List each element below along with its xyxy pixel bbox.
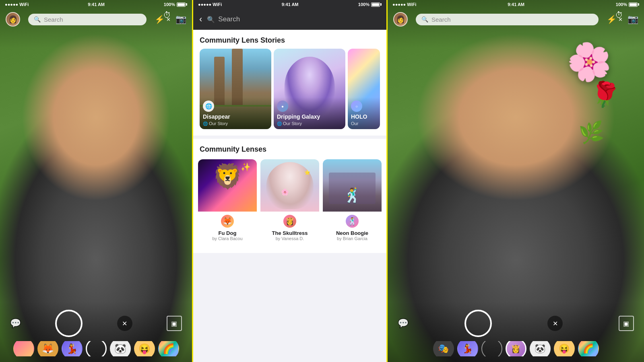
community-lenses-section: Community Lenses 🦁 ✨ 🦊 Fu (193, 139, 386, 253)
neonboogie-name: Neon Boogie (326, 230, 378, 236)
story-subtitle-text-2: Our Story (283, 121, 302, 126)
right-cancel-button[interactable]: ✕ (547, 316, 563, 331)
leaf-ar-effect: 🌿 (578, 119, 605, 145)
story-overlay-disappear: 🌐 Disappear 🌐 Our Story (200, 97, 271, 129)
left-search-icon: 🔍 (34, 16, 41, 23)
right-battery: 100% (616, 2, 639, 7)
story-subtitle-text-3: Our (351, 121, 358, 126)
lenses-grid: 🦁 ✨ 🦊 Fu Dog by Clara Bacou (193, 158, 386, 247)
lens-card-info-skulltress: 👸 The Skulltress by Vanessa D. (260, 218, 319, 245)
left-status-bar: ●●●●● WiFi 9:41 AM 100% (0, 0, 193, 9)
left-lens-item-color[interactable] (13, 341, 34, 356)
right-search-icon: 🔍 (421, 16, 428, 23)
story-overlay-holo: ○ HOLO Our (348, 97, 380, 129)
skulltress-creator: by Vanessa D. (264, 236, 316, 241)
flower-ar-effect-2: 🌹 (587, 78, 622, 111)
fudog-creator: by Clara Bacou (201, 236, 254, 241)
right-camera-flip-icon[interactable]: 📷 (627, 14, 638, 25)
lens-card-skulltress[interactable]: 🌸 ⭐ 👸 The Skulltress by Vanessa D. (260, 159, 319, 245)
right-top-bar: 👩 🔍 Search ⚡ ✕ 📷 (388, 9, 644, 30)
left-cancel-button[interactable]: ✕ (117, 316, 132, 331)
left-lens-item-funny[interactable]: 😝 (134, 341, 155, 356)
right-time: 9:41 AM (508, 2, 524, 7)
right-search-placeholder: Search (431, 16, 451, 23)
middle-status-bar: ●●●●● WiFi 9:41 AM 100% (193, 0, 386, 9)
middle-battery-pct: 100% (358, 2, 369, 7)
right-lens-item-empty[interactable] (481, 341, 502, 356)
left-camera-flip-icon[interactable]: 📷 (175, 14, 186, 25)
left-lens-item-dog[interactable]: 🦊 (37, 341, 58, 356)
right-lens-item-active[interactable]: 👸 (506, 341, 526, 356)
story-title-galaxy: Dripping Galaxy (277, 113, 342, 120)
story-subtitle-galaxy: 🌐 Our Story (277, 121, 342, 126)
left-status-dots: ●●●●● WiFi (5, 2, 29, 7)
left-chat-icon[interactable]: 💬 (10, 318, 21, 329)
middle-content: Community Lens Stories 🌐 Disappear (193, 30, 386, 362)
story-card-galaxy[interactable]: ● Dripping Galaxy 🌐 Our Story (274, 49, 345, 129)
community-lenses-header: Community Lenses (193, 139, 386, 158)
right-gallery-button[interactable]: ▣ (619, 316, 634, 331)
middle-search-bar[interactable]: 🔍 Search (207, 15, 380, 23)
middle-status-dots: ●●●●● WiFi (198, 2, 222, 7)
left-panel: ●●●●● WiFi 9:41 AM 100% 👩 🔍 Search ⚡ ✕ 📷… (0, 0, 193, 362)
story-title-disappear: Disappear (203, 113, 268, 120)
lens-card-img-fudog: 🦁 ✨ (198, 159, 257, 218)
right-capture-row: 💬 ✕ ▣ (388, 310, 644, 337)
lens-card-neonboogie[interactable]: 🕺 🕺 Neon Boogie by Brian Garcia (323, 159, 382, 245)
story-title-holo: HOLO (351, 113, 377, 120)
middle-battery-icon (371, 2, 382, 7)
left-timer-icon[interactable]: ⏱ (163, 10, 171, 20)
back-button[interactable]: ‹ (199, 15, 202, 24)
lens-card-img-skulltress: 🌸 ⭐ (260, 159, 319, 218)
story-globe-icon-1: 🌐 (203, 121, 208, 126)
fudog-creator-avatar: 🦊 (220, 214, 235, 228)
neonboogie-creator-avatar: 🕺 (345, 214, 359, 228)
left-lens-carousel: 🦊 💃 🐼 😝 🌈 (9, 341, 183, 356)
section-divider (193, 136, 386, 139)
story-card-holo[interactable]: ○ HOLO Our (348, 49, 380, 129)
left-lens-item-rainbow[interactable]: 🌈 (158, 341, 179, 356)
skulltress-creator-avatar: 👸 (283, 214, 297, 228)
community-lens-stories-header: Community Lens Stories (193, 30, 386, 49)
lens-card-fudog[interactable]: 🦁 ✨ 🦊 Fu Dog by Clara Bacou (198, 159, 257, 245)
lens-card-info-fudog: 🦊 Fu Dog by Clara Bacou (198, 218, 257, 245)
right-lens-item-dance[interactable]: 💃 (457, 341, 478, 356)
left-lens-item-panda[interactable]: 🐼 (110, 341, 131, 356)
story-subtitle-disappear: 🌐 Our Story (203, 121, 268, 126)
right-panel: 🌸 🌹 🌿 ●●●●● WiFi 9:41 AM 100% 👩 🔍 Search… (386, 0, 644, 362)
left-time: 9:41 AM (88, 2, 105, 7)
right-avatar[interactable]: 👩 (393, 12, 408, 27)
lens-card-img-neonboogie: 🕺 (323, 159, 382, 218)
neonboogie-creator: by Brian Garcia (326, 236, 378, 241)
right-lens-item-color[interactable]: 🎭 (433, 341, 454, 356)
right-timer-icon[interactable]: ⏱ (615, 10, 623, 20)
right-lens-item-funny[interactable]: 😝 (554, 341, 575, 356)
right-capture-button[interactable] (464, 310, 492, 337)
right-lens-item-panda[interactable]: 🐼 (530, 341, 551, 356)
middle-time: 9:41 AM (282, 2, 299, 7)
story-avatar-disappear: 🌐 (203, 101, 214, 112)
left-capture-row: 💬 ✕ ▣ (0, 310, 192, 337)
left-battery-icon (177, 2, 187, 7)
story-globe-icon-2: 🌐 (277, 121, 282, 126)
left-lens-item-dance[interactable]: 💃 (62, 341, 83, 356)
left-lens-bar: 💬 ✕ ▣ 🦊 💃 🐼 😝 🌈 (0, 310, 192, 362)
story-card-disappear[interactable]: 🌐 Disappear 🌐 Our Story (200, 49, 271, 129)
right-battery-pct: 100% (616, 2, 627, 7)
story-overlay-galaxy: ● Dripping Galaxy 🌐 Our Story (274, 97, 345, 129)
middle-top-bar: ‹ 🔍 Search (193, 9, 386, 30)
right-lens-item-rainbow[interactable]: 🌈 (578, 341, 599, 356)
left-search-bar[interactable]: 🔍 Search (28, 14, 147, 25)
story-avatar-holo: ○ (351, 101, 362, 112)
right-search-bar[interactable]: 🔍 Search (416, 14, 599, 25)
left-lens-item-active[interactable] (86, 341, 107, 356)
right-lens-bar: 💬 ✕ ▣ 🎭 💃 👸 🐼 😝 🌈 (388, 310, 644, 362)
right-chat-icon[interactable]: 💬 (398, 318, 409, 329)
middle-panel: ●●●●● WiFi 9:41 AM 100% ‹ 🔍 Search Commu… (193, 0, 386, 362)
story-subtitle-text-1: Our Story (209, 121, 228, 126)
left-gallery-button[interactable]: ▣ (167, 316, 182, 331)
story-avatar-galaxy: ● (277, 101, 288, 112)
left-capture-button[interactable] (55, 310, 83, 337)
right-lens-carousel: 🎭 💃 👸 🐼 😝 🌈 (429, 341, 603, 356)
left-avatar[interactable]: 👩 (6, 12, 20, 27)
